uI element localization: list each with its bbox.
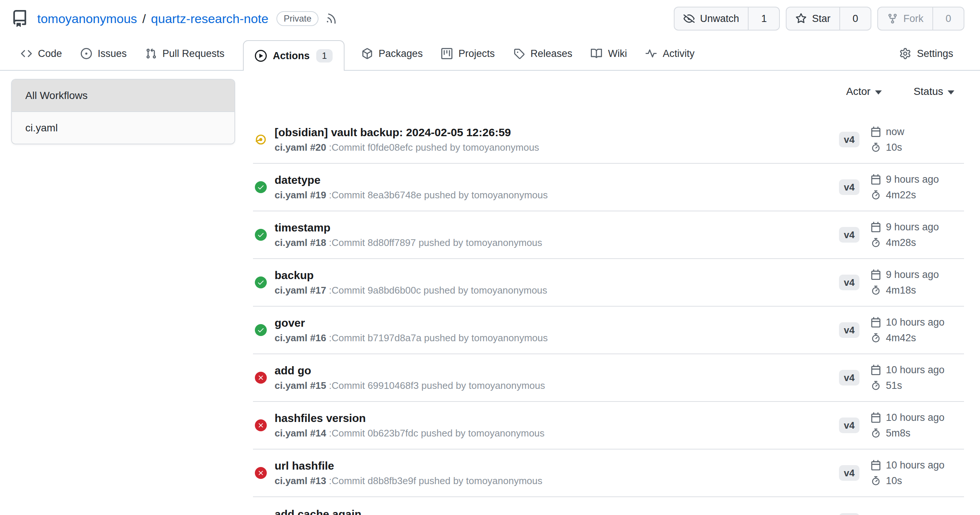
run-commit-description: :Commit 69910468f3 pushed by tomoyanonym… — [326, 380, 545, 391]
run-meta-block: v410 hours ago51s — [839, 364, 964, 391]
stopwatch-icon — [870, 428, 881, 438]
run-title-link[interactable]: gover — [275, 316, 839, 330]
workflow-run-row[interactable]: url hashfileci.yaml #13 :Commit d8b8fb3e… — [253, 450, 964, 497]
run-title-link[interactable]: add go — [275, 364, 839, 377]
star-button[interactable]: Star 0 — [786, 7, 871, 30]
calendar-icon — [870, 412, 881, 423]
watchers-count[interactable]: 1 — [748, 8, 779, 30]
run-workflow-ref: ci.yaml #16 — [275, 332, 326, 343]
run-title-link[interactable]: add cache again — [275, 507, 839, 515]
tab-wiki[interactable]: Wiki — [591, 48, 627, 60]
run-title-link[interactable]: url hashfile — [275, 459, 839, 472]
run-commit-description: :Commit 0b623b7fdc pushed by tomoyanonym… — [326, 428, 545, 439]
workflow-run-row[interactable]: datetypeci.yaml #19 :Commit 8ea3b6748e p… — [253, 164, 964, 211]
workflow-run-row[interactable]: [obsidian] vault backup: 2024-02-05 12:2… — [253, 116, 964, 164]
tab-projects[interactable]: Projects — [441, 48, 495, 60]
workflow-run-row[interactable]: add goci.yaml #15 :Commit 69910468f3 pus… — [253, 354, 964, 402]
run-time-label: 10 hours ago — [886, 364, 945, 376]
tab-pull-requests[interactable]: Pull Requests — [145, 48, 225, 60]
tab-issues[interactable]: Issues — [81, 48, 127, 60]
tab-label: Settings — [917, 48, 953, 60]
run-subtitle: ci.yaml #16 :Commit b7197d8a7a pushed by… — [275, 332, 839, 344]
tab-packages[interactable]: Packages — [362, 48, 423, 60]
actor-filter-label: Actor — [846, 86, 870, 97]
run-text-block: datetypeci.yaml #19 :Commit 8ea3b6748e p… — [275, 173, 839, 201]
run-timing: now10s — [870, 126, 904, 153]
run-commit-description: :Commit 8ea3b6748e pushed by tomoyanonym… — [326, 189, 548, 200]
run-subtitle: ci.yaml #13 :Commit d8b8fb3e9f pushed by… — [275, 475, 839, 487]
run-start-time: 10 hours ago — [870, 317, 945, 328]
stopwatch-icon — [870, 380, 881, 391]
run-time-label: 9 hours ago — [886, 174, 939, 185]
run-meta-block: v4now10s — [839, 126, 964, 153]
breadcrumb: tomoyanonymous / quartz-research-note — [37, 11, 268, 26]
run-title-link[interactable]: timestamp — [275, 221, 839, 234]
git-pull-request-icon — [145, 48, 157, 59]
tab-code[interactable]: Code — [21, 48, 62, 60]
run-start-time: 10 hours ago — [870, 412, 945, 423]
chevron-down-icon — [948, 91, 955, 94]
stopwatch-icon — [870, 475, 881, 486]
runs-main-panel: Actor Status [obsidian] vault backup: 20… — [253, 71, 964, 515]
run-duration-label: 5m8s — [886, 428, 910, 439]
stars-count[interactable]: 0 — [839, 8, 870, 30]
run-timing: 10 hours ago4m42s — [870, 317, 945, 344]
run-title-link[interactable]: backup — [275, 269, 839, 282]
tab-settings[interactable]: Settings — [900, 48, 953, 60]
workflow-runs-list: [obsidian] vault backup: 2024-02-05 12:2… — [253, 116, 964, 515]
run-meta-block: v49 hours ago4m22s — [839, 174, 964, 201]
workflow-run-row[interactable]: hashfiles versionci.yaml #14 :Commit 0b6… — [253, 402, 964, 450]
sidebar-item-all-workflows[interactable]: All Workflows — [12, 79, 234, 112]
run-text-block: goverci.yaml #16 :Commit b7197d8a7a push… — [275, 316, 839, 344]
tab-releases[interactable]: Releases — [514, 48, 573, 60]
run-title-link[interactable]: datetype — [275, 173, 839, 187]
workflow-run-row[interactable]: add cache againv410 hours ago — [253, 497, 964, 515]
rss-feed-icon[interactable] — [326, 13, 338, 25]
workflows-sidebar: All Workflows ci.yaml — [11, 79, 235, 145]
run-workflow-ref: ci.yaml #19 — [275, 189, 326, 200]
run-meta-block: v410 hours ago5m8s — [839, 412, 964, 439]
run-meta-block: v410 hours ago10s — [839, 459, 964, 487]
package-icon — [362, 48, 373, 59]
repo-name-link[interactable]: quartz-research-note — [151, 11, 269, 26]
run-time-label: 10 hours ago — [886, 459, 945, 471]
runner-version-badge: v4 — [839, 275, 859, 290]
run-start-time: 9 hours ago — [870, 174, 939, 185]
workflow-run-row[interactable]: backupci.yaml #17 :Commit 9a8bd6b00c pus… — [253, 259, 964, 307]
run-duration-label: 10s — [886, 142, 902, 153]
project-icon — [441, 48, 452, 59]
tab-label: Actions — [273, 50, 310, 62]
run-text-block: [obsidian] vault backup: 2024-02-05 12:2… — [275, 126, 839, 153]
run-start-time: 10 hours ago — [870, 364, 945, 376]
run-meta-block: v49 hours ago4m28s — [839, 221, 964, 249]
stopwatch-icon — [870, 333, 881, 343]
run-duration: 4m22s — [870, 189, 939, 201]
workflow-run-row[interactable]: goverci.yaml #16 :Commit b7197d8a7a push… — [253, 307, 964, 354]
run-title-link[interactable]: hashfiles version — [275, 412, 839, 425]
calendar-icon — [870, 222, 881, 232]
failure-x-icon — [255, 467, 267, 479]
failure-x-icon — [255, 372, 267, 384]
tab-actions[interactable]: Actions 1 — [243, 40, 344, 71]
workflow-run-row[interactable]: timestampci.yaml #18 :Commit 8d80ff7897 … — [253, 211, 964, 259]
repo-owner-link[interactable]: tomoyanonymous — [37, 11, 137, 26]
runner-version-badge: v4 — [839, 227, 859, 243]
status-filter-dropdown[interactable]: Status — [914, 86, 955, 97]
actor-filter-dropdown[interactable]: Actor — [846, 86, 881, 97]
forks-count[interactable]: 0 — [932, 8, 964, 30]
run-start-time: 10 hours ago — [870, 459, 945, 471]
run-timing: 10 hours ago5m8s — [870, 412, 945, 439]
fork-button[interactable]: Fork 0 — [877, 7, 964, 30]
tab-activity[interactable]: Activity — [646, 48, 695, 60]
star-label: Star — [812, 13, 830, 25]
run-subtitle: ci.yaml #20 :Commit f0fde08efc pushed by… — [275, 142, 839, 153]
unwatch-button[interactable]: Unwatch 1 — [674, 7, 780, 30]
run-text-block: url hashfileci.yaml #13 :Commit d8b8fb3e… — [275, 459, 839, 487]
tab-label: Pull Requests — [162, 48, 225, 60]
run-title-link[interactable]: [obsidian] vault backup: 2024-02-05 12:2… — [275, 126, 839, 139]
sidebar-item-ci-yaml[interactable]: ci.yaml — [12, 112, 234, 144]
runner-version-badge: v4 — [839, 465, 859, 481]
run-meta-block: v410 hours ago — [839, 513, 964, 515]
tab-label: Wiki — [608, 48, 627, 60]
breadcrumb-separator: / — [142, 11, 145, 26]
